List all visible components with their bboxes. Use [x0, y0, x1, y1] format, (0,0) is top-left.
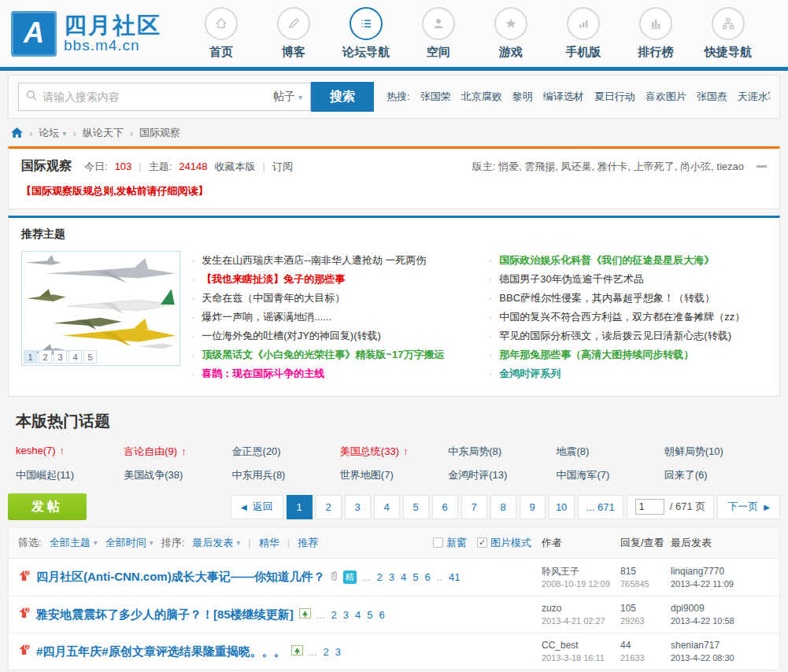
topic-tag[interactable]: 中国海军(7)↑ — [556, 468, 664, 482]
page-button-current[interactable]: 1 — [287, 495, 313, 519]
recommended-link[interactable]: 金鸿时评系列 — [499, 364, 560, 383]
topic-tag[interactable]: 世界地图(7)↑ — [340, 468, 448, 482]
search-button[interactable]: 搜索 — [311, 82, 374, 112]
hot-search-link[interactable]: 天涯水军 — [738, 90, 770, 104]
page-button[interactable]: 8 — [490, 495, 516, 519]
digest-filter-link[interactable]: 精华 — [259, 536, 279, 550]
page-button[interactable]: 4 — [374, 495, 400, 519]
recommended-link[interactable]: BBC萨维尔性侵案，其内幕超乎想象！（转载） — [499, 289, 715, 308]
page-jump-input[interactable] — [635, 499, 664, 515]
recommended-link[interactable]: 罕见的国际分析强文，读后拨云见日清新心志(转载) — [499, 327, 731, 345]
image-page-button[interactable]: 4 — [68, 350, 82, 364]
hot-search-link[interactable]: 编译选材 — [543, 90, 584, 104]
subscribe-link[interactable]: 订阅 — [272, 160, 293, 174]
collapse-icon[interactable] — [757, 165, 767, 168]
nav-item-home[interactable]: 首页 — [185, 7, 257, 60]
recommended-link[interactable]: 【我也来瞎扯淡】兔子的那些事 — [202, 270, 345, 289]
last-post-user-link[interactable]: dpi9009 — [671, 603, 705, 614]
filter-all-time-dropdown[interactable]: 全部时间▾ — [105, 536, 154, 550]
filter-all-topics-dropdown[interactable]: 全部主题▾ — [50, 536, 98, 550]
thread-page-link[interactable]: 2 — [377, 571, 383, 583]
image-page-button[interactable]: 5 — [83, 350, 97, 364]
nav-item-mobile[interactable]: 手机版 — [547, 7, 620, 60]
recommended-link[interactable]: 喜鹊：现在国际斗争的主线 — [202, 364, 324, 383]
recommended-link[interactable]: 中国的复兴不符合西方利益，双方都在准备摊牌（zz） — [499, 308, 745, 327]
recommended-link[interactable]: 爆炸一声响，谣诼满地消...... — [202, 308, 331, 327]
thread-author-link[interactable]: CC_best — [542, 640, 579, 651]
new-window-label[interactable]: 新窗 — [446, 536, 467, 550]
image-page-button[interactable]: 2 — [39, 350, 52, 364]
hot-search-link[interactable]: 夏日行动 — [594, 90, 635, 104]
thread-page-link[interactable]: 6 — [424, 571, 430, 583]
image-mode-checkbox[interactable] — [477, 537, 487, 548]
pager-back-button[interactable]: ◀返回 — [231, 495, 283, 519]
hot-search-link[interactable]: 喜欢图片 — [646, 90, 686, 104]
breadcrumb-item-forum[interactable]: 论坛▾ — [39, 126, 66, 140]
moderators[interactable]: 版主: 悄爱, 雲飛揚, 凤还巢, 雅什卡, 上帝死了, 尚小弦, tiezao — [472, 160, 744, 174]
page-button[interactable]: 6 — [432, 495, 458, 519]
thread-page-link[interactable]: 4 — [355, 609, 361, 621]
hot-search-link[interactable]: 黎明 — [512, 90, 533, 104]
last-post-user-link[interactable]: shenian717 — [671, 640, 720, 651]
thread-title-link[interactable]: 雅安地震震坏了多少人的脑子？！[85楼继续更新] — [36, 607, 294, 622]
breadcrumb-home[interactable] — [11, 127, 23, 138]
last-post-date-link[interactable]: 2013-4-22 10:58 — [671, 616, 734, 626]
thread-title-link[interactable]: #四月五年庆#原创文章评选结果隆重揭晓。。。 — [36, 644, 286, 659]
thread-page-link[interactable]: 5 — [367, 609, 372, 621]
topic-tag[interactable]: 回来了(6)↑ — [664, 468, 772, 482]
recommended-link[interactable]: 发生在山西瑞庆丰酒店--南非华人遭抢劫 一死两伤 — [202, 251, 426, 270]
search-scope-dropdown[interactable]: 帖子▾ — [273, 90, 310, 104]
image-page-button[interactable]: 1 — [24, 350, 37, 364]
last-post-date-link[interactable]: 2013-4-22 08:30 — [671, 653, 734, 663]
nav-item-games[interactable]: 游戏 — [475, 7, 547, 60]
page-button[interactable]: 5 — [403, 495, 429, 519]
thread-page-link[interactable]: 3 — [343, 609, 349, 621]
recommended-link[interactable]: 天命在兹（中国青年的大目标） — [202, 289, 345, 308]
recommended-topic-image[interactable]: 1 2 3 4 5 — [21, 251, 180, 366]
thread-page-link[interactable]: 41 — [449, 571, 460, 583]
hot-search-link[interactable]: 张国焘 — [697, 90, 727, 104]
recommended-link[interactable]: 那年那兔那些事（高清大图持续同步转载） — [499, 345, 694, 364]
new-post-button[interactable]: 发帖 — [8, 493, 87, 520]
pager-next-button[interactable]: 下一页▶ — [717, 495, 780, 519]
nav-item-quick-nav[interactable]: 快捷导航 — [692, 7, 764, 60]
hot-search-link[interactable]: 张国荣 — [420, 90, 451, 104]
thread-page-link[interactable]: 4 — [401, 571, 406, 583]
page-button[interactable]: 7 — [461, 495, 487, 519]
thread-author-link[interactable]: zuzo — [542, 603, 561, 614]
thread-page-link[interactable]: 3 — [389, 571, 394, 583]
thread-title-link[interactable]: 四月社区(Anti-CNN.com)成长大事记——你知道几件？ — [36, 570, 325, 585]
topic-tag[interactable]: 中东用兵(8)↑ — [232, 468, 340, 482]
topic-tag[interactable]: 言论自由(9)↑ — [124, 445, 231, 459]
thread-page-link[interactable]: 6 — [379, 609, 384, 621]
nav-item-space[interactable]: 空间 — [402, 7, 475, 60]
topic-tag[interactable]: keshe(7)↑ — [16, 445, 124, 459]
forum-notice-link[interactable]: 【国际观察版规总则,发帖前请仔细阅读】 — [21, 184, 209, 198]
breadcrumb-item-current[interactable]: 国际观察 — [139, 126, 180, 140]
topic-tag[interactable]: 美国总统(33)↑ — [340, 445, 448, 459]
page-button[interactable]: 10 — [549, 495, 575, 519]
thread-page-link[interactable]: 3 — [335, 646, 341, 658]
topic-tag[interactable]: 地震(8)↑ — [556, 445, 664, 459]
favorite-forum-link[interactable]: 收藏本版 — [215, 160, 256, 174]
page-button-last[interactable]: ... 671 — [578, 495, 623, 519]
image-page-button[interactable]: 3 — [54, 350, 67, 364]
nav-item-forum-nav[interactable]: 论坛导航 — [330, 7, 402, 60]
topic-tag[interactable]: 朝鲜局势(10)↑ — [664, 445, 772, 459]
nav-item-ranking[interactable]: 排行榜 — [620, 7, 692, 60]
page-button[interactable]: 9 — [520, 495, 546, 519]
recommended-link[interactable]: 一位海外兔的吐槽(对JY的神回复)(转载) — [202, 327, 381, 345]
recommend-filter-link[interactable]: 推荐 — [298, 536, 318, 550]
recommended-link[interactable]: 顶级黑话文《小白兔的光荣往事》精装版~17万字搬运 — [202, 345, 444, 364]
new-window-checkbox[interactable] — [433, 537, 443, 548]
nav-item-blog[interactable]: 博客 — [257, 7, 330, 60]
recommended-link[interactable]: 国际政治娱乐化科普《我们的征途是星辰大海》 — [499, 251, 714, 270]
hot-search-link[interactable]: 北京腐败 — [461, 90, 502, 104]
page-button[interactable]: 2 — [316, 495, 342, 519]
search-input[interactable] — [38, 90, 273, 103]
recommended-link[interactable]: 德国男子30年伪造逾千件艺术品 — [499, 270, 643, 289]
last-post-user-link[interactable]: linqiang7770 — [671, 566, 724, 577]
topic-tag[interactable]: 中国崛起(11)↑ — [16, 468, 124, 482]
topic-tag[interactable]: 金鸿时评(13)↑ — [448, 468, 556, 482]
topic-tag[interactable]: 美国战争(38)↑ — [124, 468, 231, 482]
